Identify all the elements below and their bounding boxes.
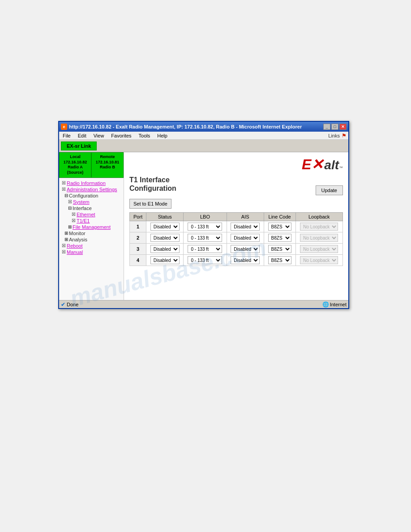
ex-sr-link-button[interactable]: EX-sr Link <box>61 142 97 150</box>
col-header-loopback: Loopback <box>295 213 342 221</box>
cell-loopback-2[interactable]: No LoopbackLocalRemote <box>295 232 342 244</box>
cell-lbo-1[interactable]: 0 - 133 ft133 - 266 ft266 - 399 ft399 - … <box>184 221 227 232</box>
status-bar: ✔ Done 🌐 Internet <box>59 300 348 308</box>
col-header-lbo: LBO <box>184 213 227 221</box>
select-status-2[interactable]: DisabledEnabled <box>150 234 180 242</box>
cell-status-2[interactable]: DisabledEnabled <box>146 232 184 244</box>
nav-t1e1-link[interactable]: T1/E1 <box>77 218 90 223</box>
select-linecode-1[interactable]: B8ZSAMI <box>268 223 291 231</box>
menu-file[interactable]: File <box>61 133 73 138</box>
nav-file-management-link[interactable]: File Management <box>73 224 111 230</box>
logo-x-letter: E <box>302 157 311 172</box>
cell-ais-4[interactable]: DisabledEnabled <box>227 255 264 266</box>
radio-local-label: Local <box>61 154 89 160</box>
nav-radio-information-link[interactable]: Radio Information <box>67 180 106 186</box>
col-header-status: Status <box>146 213 184 221</box>
radio-remote-role: Radio B <box>94 165 121 170</box>
nav-radio-information[interactable]: ☒ Radio Information <box>60 180 123 186</box>
select-loopback-3[interactable]: No LoopbackLocalRemote <box>300 245 338 253</box>
nav-manual[interactable]: ☒ Manual <box>60 249 123 255</box>
browser-title: http://172.16.10.82 - Exalt Radio Manage… <box>69 124 302 129</box>
nav-ethernet[interactable]: ☒ Ethernet <box>60 211 123 218</box>
radio-remote-box[interactable]: Remote 172.16.10.81 Radio B <box>91 152 124 178</box>
nav-t1e1[interactable]: ☒ T1/E1 <box>60 218 123 224</box>
cell-status-3[interactable]: DisabledEnabled <box>146 244 184 255</box>
cell-status-1[interactable]: DisabledEnabled <box>146 221 184 232</box>
cell-linecode-4[interactable]: B8ZSAMI <box>264 255 295 266</box>
nav-interface-text: Interface <box>73 206 92 211</box>
cell-linecode-2[interactable]: B8ZSAMI <box>264 232 295 244</box>
radio-local-role: Radio A (Source) <box>61 165 89 175</box>
checkbox-icon-reboot: ☒ <box>62 243 66 248</box>
cell-lbo-3[interactable]: 0 - 133 ft133 - 266 ft266 - 399 ft399 - … <box>184 244 227 255</box>
cell-status-4[interactable]: DisabledEnabled <box>146 255 184 266</box>
nav-configuration-text: Configuration <box>69 193 98 198</box>
select-lbo-2[interactable]: 0 - 133 ft133 - 266 ft266 - 399 ft399 - … <box>188 234 222 242</box>
toolbar: EX-sr Link <box>59 140 348 152</box>
select-lbo-4[interactable]: 0 - 133 ft133 - 266 ft266 - 399 ft399 - … <box>188 256 222 264</box>
radio-local-ip: 172.16.10.82 <box>61 160 89 165</box>
nav-file-management[interactable]: ⊞ File Management <box>60 224 123 230</box>
nav-analysis[interactable]: ⊞ Analysis <box>60 236 123 243</box>
checkbox-icon-system: ☒ <box>68 199 72 204</box>
table-row: 4DisabledEnabled0 - 133 ft133 - 266 ft26… <box>130 255 343 266</box>
plus-icon-analysis: ⊞ <box>64 237 68 242</box>
cell-ais-3[interactable]: DisabledEnabled <box>227 244 264 255</box>
cell-linecode-1[interactable]: B8ZSAMI <box>264 221 295 232</box>
cell-loopback-1[interactable]: No LoopbackLocalRemote <box>295 221 342 232</box>
nav-analysis-text: Analysis <box>69 237 87 242</box>
nav-reboot-link[interactable]: Reboot <box>67 243 82 249</box>
menu-help[interactable]: Help <box>155 133 169 138</box>
select-ais-3[interactable]: DisabledEnabled <box>231 245 260 253</box>
update-button[interactable]: Update <box>316 185 343 195</box>
select-ais-2[interactable]: DisabledEnabled <box>231 234 260 242</box>
browser-icon: e <box>61 124 67 130</box>
checkbox-icon-radio-info: ☒ <box>62 180 66 185</box>
select-lbo-1[interactable]: 0 - 133 ft133 - 266 ft266 - 399 ft399 - … <box>188 223 222 231</box>
cell-loopback-3[interactable]: No LoopbackLocalRemote <box>295 244 342 255</box>
menu-tools[interactable]: Tools <box>137 133 152 138</box>
select-loopback-1[interactable]: No LoopbackLocalRemote <box>300 223 338 231</box>
nav-monitor[interactable]: ⊞ Monitor <box>60 230 123 236</box>
nav-administration-settings[interactable]: ☒ Administration Settings <box>60 186 123 193</box>
select-ais-1[interactable]: DisabledEnabled <box>231 223 260 231</box>
close-button[interactable]: ✕ <box>339 124 347 130</box>
cell-linecode-3[interactable]: B8ZSAMI <box>264 244 295 255</box>
select-status-4[interactable]: DisabledEnabled <box>150 256 180 264</box>
cell-ais-1[interactable]: DisabledEnabled <box>227 221 264 232</box>
select-linecode-4[interactable]: B8ZSAMI <box>268 256 291 264</box>
nav-system-link[interactable]: System <box>73 199 90 205</box>
select-status-3[interactable]: DisabledEnabled <box>150 245 180 253</box>
e1-mode-button[interactable]: Set to E1 Mode <box>129 199 171 209</box>
menu-bar: File Edit View Favorites Tools Help Link… <box>59 132 348 140</box>
radio-local-box[interactable]: Local 172.16.10.82 Radio A (Source) <box>59 152 91 178</box>
cell-ais-2[interactable]: DisabledEnabled <box>227 232 264 244</box>
nav-system[interactable]: ☒ System <box>60 199 123 205</box>
left-panel: Local 172.16.10.82 Radio A (Source) Remo… <box>59 152 124 300</box>
menu-view[interactable]: View <box>92 133 106 138</box>
nav-reboot[interactable]: ☒ Reboot <box>60 243 123 249</box>
config-table: Port Status LBO AIS Line Code Loopback 1… <box>129 212 343 266</box>
select-linecode-3[interactable]: B8ZSAMI <box>268 245 291 253</box>
select-status-1[interactable]: DisabledEnabled <box>150 223 180 231</box>
nav-tree: ☒ Radio Information ☒ Administration Set… <box>59 178 124 257</box>
select-loopback-2[interactable]: No LoopbackLocalRemote <box>300 234 338 242</box>
nav-administration-settings-link[interactable]: Administration Settings <box>67 187 117 192</box>
links-label: Links <box>328 133 340 138</box>
maximize-button[interactable]: □ <box>331 124 338 130</box>
menu-edit[interactable]: Edit <box>76 133 88 138</box>
nav-manual-link[interactable]: Manual <box>67 249 83 255</box>
nav-ethernet-link[interactable]: Ethernet <box>77 212 95 217</box>
cell-lbo-4[interactable]: 0 - 133 ft133 - 266 ft266 - 399 ft399 - … <box>184 255 227 266</box>
menu-favorites[interactable]: Favorites <box>109 133 133 138</box>
col-header-ais: AIS <box>227 213 264 221</box>
select-lbo-3[interactable]: 0 - 133 ft133 - 266 ft266 - 399 ft399 - … <box>188 245 222 253</box>
select-loopback-4[interactable]: No LoopbackLocalRemote <box>300 256 338 264</box>
select-ais-4[interactable]: DisabledEnabled <box>231 256 260 264</box>
minimize-button[interactable]: _ <box>323 124 330 130</box>
cell-loopback-4[interactable]: No LoopbackLocalRemote <box>295 255 342 266</box>
col-header-port: Port <box>130 213 146 221</box>
table-row: 2DisabledEnabled0 - 133 ft133 - 266 ft26… <box>130 232 343 244</box>
cell-lbo-2[interactable]: 0 - 133 ft133 - 266 ft266 - 399 ft399 - … <box>184 232 227 244</box>
select-linecode-2[interactable]: B8ZSAMI <box>268 234 291 242</box>
